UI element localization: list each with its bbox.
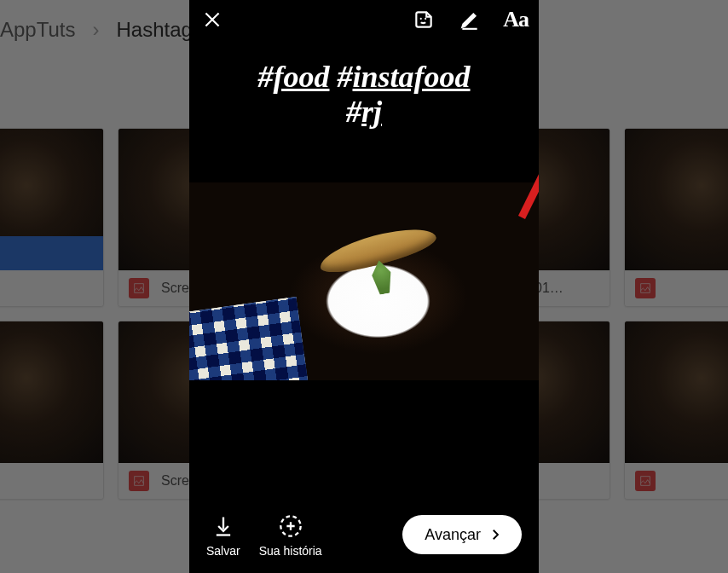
save-label: Salvar [206, 544, 240, 558]
svg-point-0 [420, 18, 422, 20]
hashtag-text[interactable]: #food #instafood #rj [189, 60, 539, 130]
download-icon [209, 512, 238, 541]
story-editor: Aa #food #instafood #rj Salvar Su [189, 0, 539, 573]
text-tool[interactable]: Aa [503, 7, 529, 32]
image-icon [129, 471, 149, 491]
image-icon [129, 278, 149, 298]
gallery-card[interactable]: 201… [0, 321, 104, 500]
editor-topbar: Aa [189, 0, 539, 39]
sticker-icon[interactable] [411, 7, 436, 32]
save-button[interactable]: Salvar [206, 512, 240, 558]
story-photo[interactable] [189, 182, 539, 380]
editor-bottombar: Salvar Sua história Avançar [189, 496, 539, 573]
gallery-card[interactable] [624, 321, 728, 500]
breadcrumb-root[interactable]: AppTuts [0, 18, 76, 42]
your-story-label: Sua história [259, 544, 322, 558]
close-icon[interactable] [199, 7, 225, 32]
chevron-right-icon [488, 527, 503, 542]
editor-tools: Aa [411, 7, 529, 32]
your-story-button[interactable]: Sua história [259, 512, 322, 558]
image-icon [635, 278, 656, 298]
draw-icon[interactable] [457, 7, 482, 32]
next-button[interactable]: Avançar [402, 515, 522, 554]
image-icon [635, 471, 656, 491]
gallery-card[interactable]: 201… [0, 128, 104, 307]
add-story-icon [276, 512, 305, 541]
svg-point-1 [425, 18, 426, 20]
gallery-card[interactable] [624, 128, 728, 307]
breadcrumb-separator-icon: › [93, 18, 100, 42]
next-label: Avançar [425, 526, 481, 544]
